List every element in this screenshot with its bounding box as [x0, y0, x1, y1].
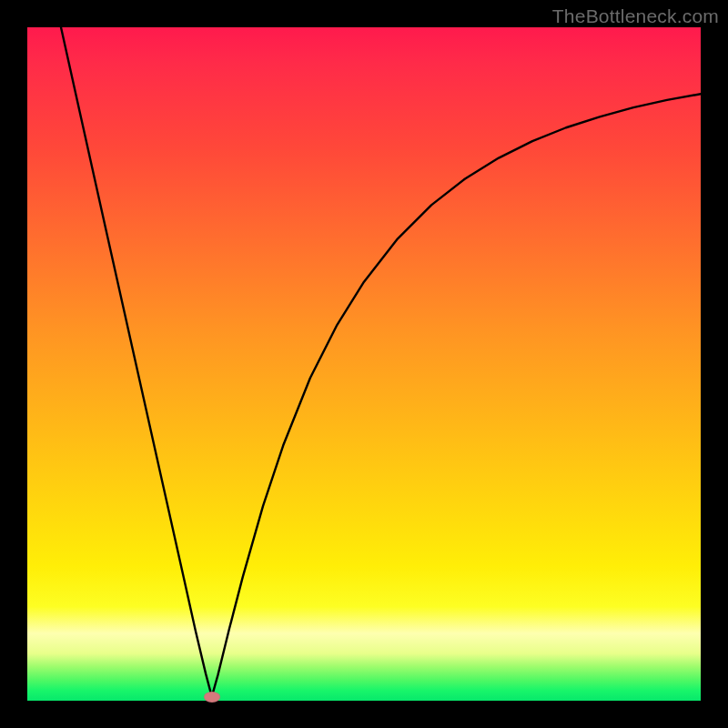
watermark-text: TheBottleneck.com	[552, 5, 719, 27]
plot-area	[27, 27, 701, 701]
chart-frame: TheBottleneck.com	[0, 0, 728, 728]
min-marker	[204, 692, 220, 703]
bottleneck-curve	[27, 27, 701, 701]
curve-stroke	[61, 27, 701, 697]
